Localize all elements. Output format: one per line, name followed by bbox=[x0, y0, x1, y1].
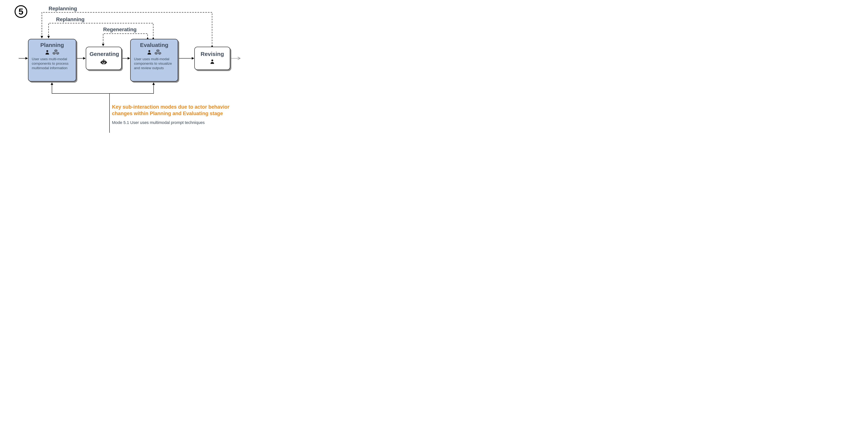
node-evaluating: Evaluating User uses multi-modal compone… bbox=[130, 39, 178, 82]
node-planning-icons bbox=[32, 49, 72, 55]
node-planning: Planning User uses multi-modal component… bbox=[28, 39, 76, 82]
svg-point-7 bbox=[104, 62, 105, 63]
blocks-icon bbox=[52, 49, 60, 55]
svg-point-10 bbox=[211, 59, 213, 61]
person-icon bbox=[45, 49, 50, 55]
node-revising-title: Revising bbox=[198, 51, 226, 57]
blocks-icon bbox=[154, 49, 162, 55]
svg-point-0 bbox=[46, 50, 48, 52]
edge-replanning-mid bbox=[49, 23, 153, 38]
node-revising-icons bbox=[198, 59, 226, 64]
node-planning-desc: User uses multi-modal components to proc… bbox=[32, 57, 72, 70]
label-replanning-top: Replanning bbox=[49, 6, 77, 11]
annotation-block: Key sub-interaction modes due to actor b… bbox=[112, 104, 241, 125]
person-icon bbox=[147, 49, 152, 55]
svg-rect-4 bbox=[100, 61, 101, 63]
diagram-number: 5 bbox=[19, 7, 23, 17]
person-icon bbox=[210, 59, 215, 64]
node-generating: Generating bbox=[86, 47, 122, 70]
node-generating-title: Generating bbox=[90, 51, 118, 57]
node-generating-icons bbox=[90, 59, 118, 65]
svg-point-6 bbox=[102, 62, 103, 63]
node-evaluating-desc: User uses multi-modal components to visu… bbox=[134, 57, 174, 70]
svg-rect-2 bbox=[103, 60, 104, 61]
label-replanning-mid: Replanning bbox=[56, 17, 85, 23]
node-revising: Revising bbox=[194, 47, 230, 70]
node-evaluating-title: Evaluating bbox=[134, 42, 174, 48]
label-regenerating: Regenerating bbox=[103, 27, 136, 32]
node-planning-title: Planning bbox=[32, 42, 72, 48]
annotation-mode: Mode 5.1 User uses multimodal prompt tec… bbox=[112, 120, 241, 125]
node-evaluating-icons bbox=[134, 49, 174, 55]
svg-point-9 bbox=[148, 50, 150, 52]
robot-icon bbox=[100, 59, 107, 65]
diagram-number-badge: 5 bbox=[14, 5, 27, 18]
svg-rect-8 bbox=[102, 63, 105, 64]
annotation-key-title: Key sub-interaction modes due to actor b… bbox=[112, 104, 241, 117]
diagram-canvas: 5 Replanning Replanning Regenerating Pla… bbox=[0, 0, 273, 140]
svg-rect-5 bbox=[106, 61, 107, 63]
